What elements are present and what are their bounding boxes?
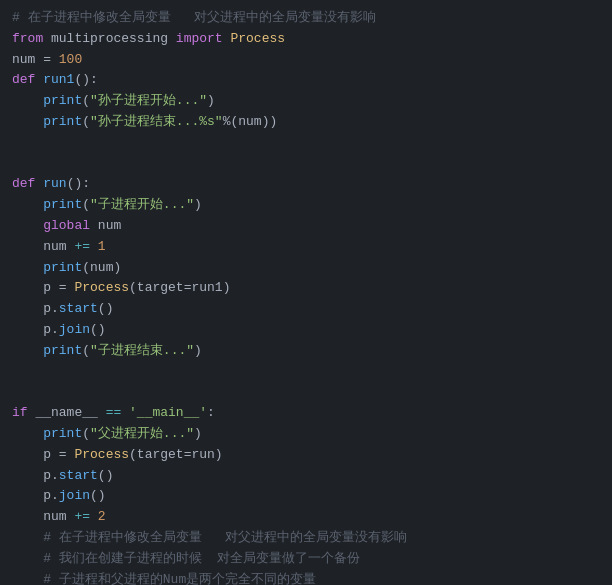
code-token bbox=[12, 91, 43, 112]
code-token: p. bbox=[12, 320, 59, 341]
code-editor: # 在子进程中修改全局变量 对父进程中的全局变量没有影响from multipr… bbox=[0, 0, 612, 585]
code-token bbox=[12, 424, 43, 445]
code-line: print("子进程开始...") bbox=[12, 195, 600, 216]
code-line bbox=[12, 382, 600, 403]
code-line: def run(): bbox=[12, 174, 600, 195]
code-token: p. bbox=[12, 486, 59, 507]
code-token: ) bbox=[194, 424, 202, 445]
code-token bbox=[67, 278, 75, 299]
code-line: p.start() bbox=[12, 466, 600, 487]
code-token: Process bbox=[74, 445, 129, 466]
code-line: print("孙子进程开始...") bbox=[12, 91, 600, 112]
code-line: p = Process(target=run1) bbox=[12, 278, 600, 299]
code-line: def run1(): bbox=[12, 70, 600, 91]
code-token: += bbox=[74, 507, 90, 528]
code-token: () bbox=[98, 299, 114, 320]
code-token: run1 bbox=[43, 70, 74, 91]
code-token: if bbox=[12, 403, 28, 424]
code-token: 1 bbox=[98, 237, 106, 258]
code-token: ) bbox=[194, 195, 202, 216]
code-token: "子进程结束..." bbox=[90, 341, 194, 362]
code-token: run bbox=[43, 174, 66, 195]
code-token: p bbox=[12, 445, 59, 466]
code-token: (target=run) bbox=[129, 445, 223, 466]
code-token: = bbox=[59, 445, 67, 466]
code-line: from multiprocessing import Process bbox=[12, 29, 600, 50]
code-token: # 子进程和父进程的Num是两个完全不同的变量 bbox=[12, 570, 316, 585]
code-token: print bbox=[43, 341, 82, 362]
code-token: (num) bbox=[82, 258, 121, 279]
code-token: print bbox=[43, 195, 82, 216]
code-token: (target=run1) bbox=[129, 278, 230, 299]
code-token bbox=[12, 112, 43, 133]
code-token bbox=[12, 341, 43, 362]
code-line: if __name__ == '__main__': bbox=[12, 403, 600, 424]
code-token: start bbox=[59, 299, 98, 320]
code-token: "孙子进程结束...%s" bbox=[90, 112, 223, 133]
code-token: def bbox=[12, 174, 35, 195]
code-token: # 在子进程中修改全局变量 对父进程中的全局变量没有影响 bbox=[12, 528, 407, 549]
code-token: ( bbox=[82, 424, 90, 445]
code-token: () bbox=[90, 486, 106, 507]
code-token: # 我们在创建子进程的时候 对全局变量做了一个备份 bbox=[12, 549, 360, 570]
code-token: ( bbox=[82, 341, 90, 362]
code-token: : bbox=[207, 403, 215, 424]
code-token: num bbox=[12, 237, 74, 258]
code-token: '__main__' bbox=[129, 403, 207, 424]
code-token: () bbox=[98, 466, 114, 487]
code-token: def bbox=[12, 70, 35, 91]
code-token bbox=[121, 403, 129, 424]
code-token bbox=[90, 507, 98, 528]
code-line: num += 1 bbox=[12, 237, 600, 258]
code-token: import bbox=[176, 29, 223, 50]
code-token: ( bbox=[82, 112, 90, 133]
code-token: () bbox=[90, 320, 106, 341]
code-token: print bbox=[43, 112, 82, 133]
code-token: (): bbox=[74, 70, 97, 91]
code-line: global num bbox=[12, 216, 600, 237]
code-token: p. bbox=[12, 466, 59, 487]
code-token: print bbox=[43, 91, 82, 112]
code-token: = bbox=[59, 278, 67, 299]
code-token bbox=[90, 237, 98, 258]
code-line: print("子进程结束...") bbox=[12, 341, 600, 362]
code-token: num bbox=[90, 216, 121, 237]
code-token: == bbox=[106, 403, 122, 424]
code-line: num = 100 bbox=[12, 50, 600, 71]
code-line: p = Process(target=run) bbox=[12, 445, 600, 466]
code-line bbox=[12, 362, 600, 383]
code-line: # 在子进程中修改全局变量 对父进程中的全局变量没有影响 bbox=[12, 8, 600, 29]
code-token: 100 bbox=[59, 50, 82, 71]
code-token: # 在子进程中修改全局变量 对父进程中的全局变量没有影响 bbox=[12, 8, 376, 29]
code-token: (): bbox=[67, 174, 90, 195]
code-token: print bbox=[43, 424, 82, 445]
code-line: p.join() bbox=[12, 486, 600, 507]
code-token: multiprocessing bbox=[43, 29, 176, 50]
code-line: p.join() bbox=[12, 320, 600, 341]
code-token: p bbox=[12, 278, 59, 299]
code-line bbox=[12, 133, 600, 154]
code-token: %(num)) bbox=[223, 112, 278, 133]
code-line: print(num) bbox=[12, 258, 600, 279]
code-token: "父进程开始..." bbox=[90, 424, 194, 445]
code-token: p. bbox=[12, 299, 59, 320]
code-token: from bbox=[12, 29, 43, 50]
code-token: num bbox=[12, 507, 74, 528]
code-token: = bbox=[35, 50, 58, 71]
code-token: __name__ bbox=[28, 403, 106, 424]
code-token: += bbox=[74, 237, 90, 258]
code-token bbox=[35, 70, 43, 91]
code-line: print("父进程开始...") bbox=[12, 424, 600, 445]
code-token: global bbox=[43, 216, 90, 237]
code-token bbox=[12, 195, 43, 216]
code-token: Process bbox=[74, 278, 129, 299]
code-line: print("孙子进程结束...%s"%(num)) bbox=[12, 112, 600, 133]
code-token: print bbox=[43, 258, 82, 279]
code-token: start bbox=[59, 466, 98, 487]
code-token: ) bbox=[194, 341, 202, 362]
code-token: Process bbox=[223, 29, 285, 50]
code-token bbox=[67, 445, 75, 466]
code-token: join bbox=[59, 486, 90, 507]
code-token: 2 bbox=[98, 507, 106, 528]
code-token bbox=[35, 174, 43, 195]
